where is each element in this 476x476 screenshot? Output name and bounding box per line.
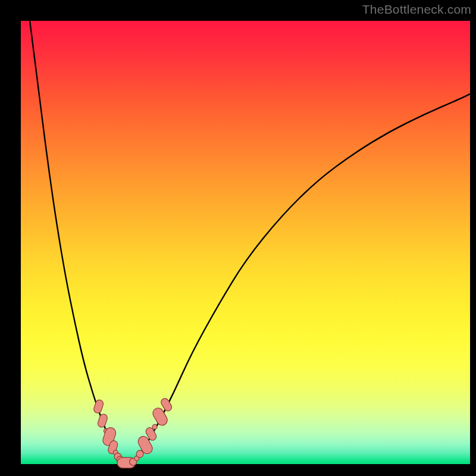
- bead-pill-0: [93, 399, 104, 414]
- plot-area: [21, 21, 470, 464]
- bead-group: [93, 397, 173, 468]
- chart-frame: TheBottleneck.com: [0, 0, 476, 476]
- bead-dot-15: [152, 424, 157, 429]
- chart-svg: [21, 21, 470, 464]
- watermark-text: TheBottleneck.com: [362, 2, 471, 17]
- curve-right-branch: [133, 94, 470, 462]
- curve-left-branch: [30, 21, 124, 462]
- curve-group: [30, 21, 470, 462]
- bead-pill-1: [97, 413, 108, 428]
